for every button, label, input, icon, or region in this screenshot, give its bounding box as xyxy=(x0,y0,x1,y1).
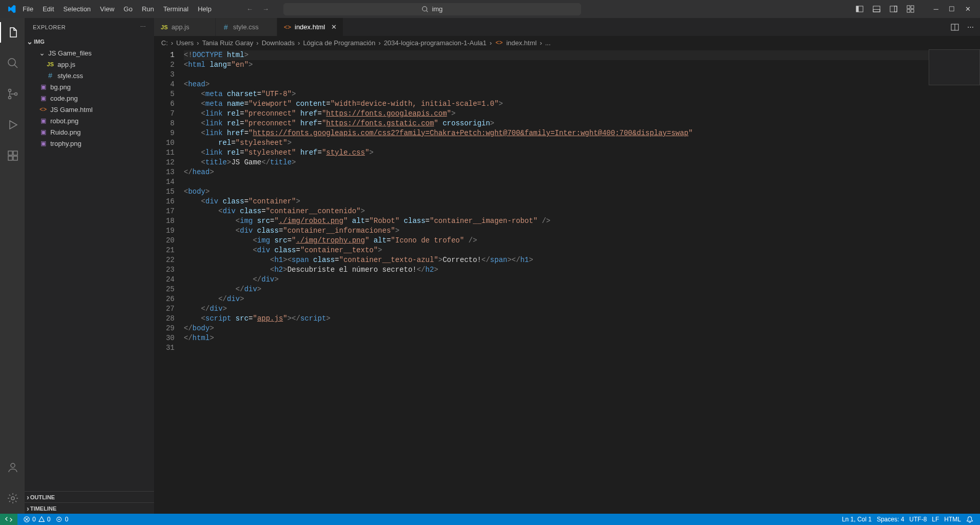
vscode-logo-icon xyxy=(4,5,18,13)
sidebar-title: EXPLORER xyxy=(33,24,66,30)
menu-go[interactable]: Go xyxy=(120,2,137,16)
file-app-js[interactable]: JS app.js xyxy=(25,59,154,70)
folder-root[interactable]: ⌄ IMG xyxy=(25,36,154,47)
tab-bar: JS app.js # style.css <> index.html ✕ ⋯ xyxy=(154,18,980,36)
file-code-png[interactable]: ▣ code.png xyxy=(25,92,154,104)
folder-root-label: IMG xyxy=(34,39,45,45)
chevron-down-icon: ⌄ xyxy=(27,38,33,46)
tab-style-css[interactable]: # style.css xyxy=(216,18,277,36)
crumb[interactable]: Downloads xyxy=(262,39,295,47)
status-language[interactable]: HTML xyxy=(941,516,964,523)
status-eol[interactable]: LF xyxy=(929,516,941,523)
errors-count: 0 xyxy=(32,516,36,523)
tab-app-js[interactable]: JS app.js xyxy=(154,18,216,36)
layout-right-icon[interactable] xyxy=(890,5,897,13)
svg-rect-4 xyxy=(873,6,880,12)
crumb[interactable]: Tania Ruiz Garay xyxy=(202,39,254,47)
crumb[interactable]: Users xyxy=(176,39,194,47)
crumb[interactable]: C: xyxy=(161,39,168,47)
status-problems[interactable]: 0 0 xyxy=(21,516,53,523)
svg-point-0 xyxy=(422,6,427,11)
svg-rect-18 xyxy=(8,156,12,160)
css-file-icon: # xyxy=(46,71,54,80)
breadcrumb[interactable]: C:› Users› Tania Ruiz Garay› Downloads› … xyxy=(154,36,980,49)
titlebar: File Edit Selection View Go Run Terminal… xyxy=(0,0,980,18)
activity-settings-icon[interactable] xyxy=(0,488,25,509)
more-actions-icon[interactable]: ⋯ xyxy=(967,23,974,31)
editor[interactable]: 1234567891011121314151617181920212223242… xyxy=(154,49,980,514)
file-style-css[interactable]: # style.css xyxy=(25,70,154,81)
activity-explorer-icon[interactable] xyxy=(0,22,25,43)
activity-source-control-icon[interactable] xyxy=(0,84,25,104)
tab-label: app.js xyxy=(171,23,189,31)
svg-point-12 xyxy=(8,59,15,66)
image-file-icon: ▣ xyxy=(39,83,47,90)
file-label: style.css xyxy=(57,72,83,80)
image-file-icon: ▣ xyxy=(39,95,47,102)
chevron-right-icon: › xyxy=(27,504,29,513)
minimize-icon[interactable]: ─ xyxy=(934,5,938,13)
section-outline[interactable]: › OUTLINE xyxy=(25,491,154,502)
status-indentation[interactable]: Spaces: 4 xyxy=(874,516,907,523)
file-js-game-html[interactable]: <> JS Game.html xyxy=(25,104,154,115)
layout-bottom-icon[interactable] xyxy=(873,5,880,13)
crumb[interactable]: index.html xyxy=(506,39,536,47)
activity-extensions-icon[interactable] xyxy=(0,145,25,166)
split-editor-icon[interactable] xyxy=(951,23,959,31)
menu-edit[interactable]: Edit xyxy=(39,2,58,16)
js-file-icon: JS xyxy=(160,24,168,30)
svg-point-21 xyxy=(11,463,15,467)
image-file-icon: ▣ xyxy=(39,128,47,136)
ports-count: 0 xyxy=(65,516,68,523)
nav-back-icon[interactable]: ← xyxy=(246,5,253,13)
menu-view[interactable]: View xyxy=(96,2,119,16)
menu-bar: File Edit Selection View Go Run Terminal… xyxy=(18,2,216,16)
status-encoding[interactable]: UTF-8 xyxy=(907,516,929,523)
svg-rect-11 xyxy=(911,9,914,12)
menu-file[interactable]: File xyxy=(18,2,37,16)
file-robot-png[interactable]: ▣ robot.png xyxy=(25,115,154,126)
status-notifications-icon[interactable] xyxy=(964,516,976,523)
menu-help[interactable]: Help xyxy=(194,2,216,16)
section-label: TIMELINE xyxy=(30,505,56,512)
sidebar-more-icon[interactable]: ⋯ xyxy=(140,24,146,30)
svg-line-1 xyxy=(427,10,428,12)
nav-forward-icon[interactable]: → xyxy=(262,5,269,13)
maximize-icon[interactable]: ☐ xyxy=(949,5,955,13)
svg-point-14 xyxy=(9,89,11,92)
svg-line-13 xyxy=(14,65,17,68)
activity-search-icon[interactable] xyxy=(0,53,25,73)
close-icon[interactable]: ✕ xyxy=(965,5,971,13)
search-icon xyxy=(421,6,429,13)
css-file-icon: # xyxy=(222,23,230,31)
menu-run[interactable]: Run xyxy=(138,2,158,16)
menu-selection[interactable]: Selection xyxy=(59,2,94,16)
folder-js-game-files[interactable]: ⌄ JS Game_files xyxy=(25,47,154,59)
status-ports[interactable]: 0 xyxy=(53,516,71,523)
file-label: robot.png xyxy=(50,117,79,125)
crumb[interactable]: ... xyxy=(545,39,551,47)
tab-close-icon[interactable]: ✕ xyxy=(331,23,337,31)
activity-run-debug-icon[interactable] xyxy=(0,115,25,135)
file-ruido-png[interactable]: ▣ Ruido.png xyxy=(25,126,154,138)
layout-left-icon[interactable] xyxy=(856,5,863,13)
activity-accounts-icon[interactable] xyxy=(0,457,25,478)
command-center[interactable]: img xyxy=(283,3,581,15)
tab-index-html[interactable]: <> index.html ✕ xyxy=(277,18,343,36)
file-label: code.png xyxy=(50,95,78,102)
search-text: img xyxy=(432,5,443,13)
svg-rect-20 xyxy=(13,151,17,155)
section-timeline[interactable]: › TIMELINE xyxy=(25,502,154,514)
minimap[interactable] xyxy=(929,49,980,85)
section-label: OUTLINE xyxy=(30,494,55,500)
svg-rect-9 xyxy=(911,6,914,9)
file-bg-png[interactable]: ▣ bg.png xyxy=(25,81,154,92)
code-content[interactable]: <!DOCTYPE html><html lang="en"> <head> <… xyxy=(184,49,980,514)
menu-terminal[interactable]: Terminal xyxy=(159,2,193,16)
file-trophy-png[interactable]: ▣ trophy.png xyxy=(25,138,154,149)
remote-indicator[interactable] xyxy=(0,514,17,525)
crumb[interactable]: 2034-logica-programacion-1-Aula1 xyxy=(384,39,487,47)
status-cursor-position[interactable]: Ln 1, Col 1 xyxy=(839,516,874,523)
crumb[interactable]: Lógica de Programación xyxy=(303,39,375,47)
layout-customize-icon[interactable] xyxy=(907,5,914,13)
